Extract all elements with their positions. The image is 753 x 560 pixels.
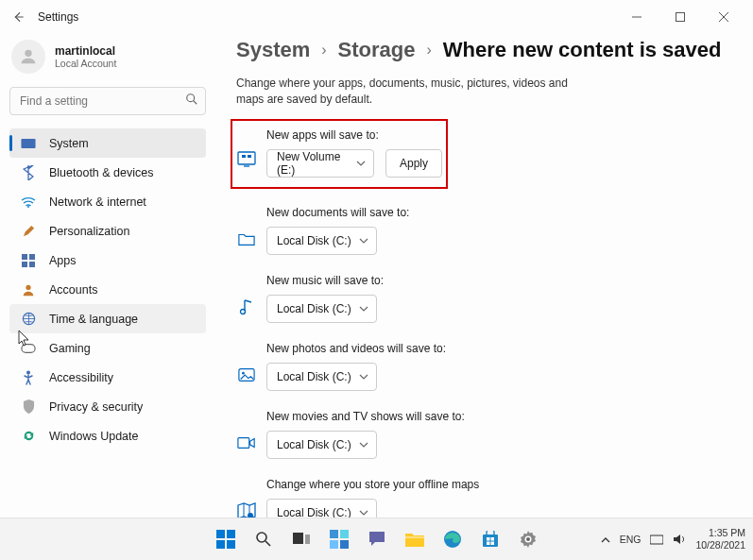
search-input[interactable] (9, 87, 206, 115)
minimize-button[interactable] (615, 4, 659, 30)
docs-drive-dropdown[interactable]: Local Disk (C:) (266, 227, 377, 255)
nav-label: Bluetooth & devices (49, 166, 154, 179)
breadcrumb-system[interactable]: System (236, 38, 310, 62)
breadcrumb-storage[interactable]: Storage (338, 38, 416, 62)
svg-rect-37 (487, 542, 490, 546)
svg-rect-13 (238, 152, 255, 164)
tray-language[interactable]: ENG (620, 534, 642, 545)
breadcrumb-current: Where new content is saved (443, 38, 722, 62)
svg-point-9 (26, 284, 30, 289)
nav-item-personalization[interactable]: Personalization (9, 216, 206, 246)
wifi-icon (650, 534, 663, 545)
svg-rect-26 (293, 533, 303, 544)
maximize-button[interactable] (659, 4, 702, 30)
dropdown-value: Local Disk (C:) (277, 302, 351, 315)
taskbar-widgets[interactable] (329, 529, 350, 550)
row-label: New photos and videos will save to: (266, 342, 734, 355)
apply-button[interactable]: Apply (385, 149, 442, 178)
svg-rect-38 (490, 542, 494, 546)
chevron-right-icon: › (427, 42, 432, 59)
svg-rect-15 (248, 155, 251, 158)
task-view-icon (293, 533, 310, 546)
chevron-up-icon (601, 536, 610, 543)
svg-rect-35 (487, 537, 490, 541)
system-tray: ENG 1:35 PM 10/28/2021 (601, 527, 745, 551)
title-bar: Settings (0, 0, 753, 34)
nav-label: Gaming (49, 342, 91, 355)
gaming-icon (19, 339, 38, 358)
svg-point-25 (257, 533, 266, 542)
chat-icon (368, 531, 386, 548)
windows-icon (216, 530, 235, 549)
taskbar-explorer[interactable] (404, 529, 425, 550)
nav-label: System (49, 137, 89, 150)
nav-item-windows-update[interactable]: Windows Update (9, 421, 206, 450)
svg-rect-5 (22, 254, 27, 260)
clock-time: 1:35 PM (695, 527, 745, 539)
taskbar-store[interactable] (480, 529, 501, 550)
movies-drive-dropdown[interactable]: Local Disk (C:) (266, 431, 377, 459)
apps-drive-dropdown[interactable]: New Volume (E:) (266, 149, 374, 178)
bluetooth-icon (19, 163, 38, 182)
svg-rect-42 (650, 535, 663, 544)
taskbar-edge[interactable] (442, 529, 463, 550)
tray-network[interactable] (650, 534, 663, 545)
back-button[interactable] (8, 7, 28, 27)
taskbar-chat[interactable] (367, 529, 387, 550)
nav-item-apps[interactable]: Apps (9, 246, 206, 275)
user-account[interactable]: martinlocal Local Account (11, 40, 206, 74)
svg-rect-0 (676, 13, 685, 22)
row-label: New movies and TV shows will save to: (266, 410, 734, 423)
nav-item-network[interactable]: Network & internet (9, 187, 206, 216)
store-icon (482, 531, 499, 548)
svg-rect-23 (216, 540, 225, 549)
accounts-icon (19, 280, 38, 299)
svg-rect-19 (238, 437, 249, 448)
nav-item-time-language[interactable]: Time & language (9, 304, 206, 333)
row-apps: New apps will save to: New Volume (E:) A… (231, 119, 448, 189)
page-description: Change where your apps, documents, music… (236, 76, 595, 108)
nav-item-gaming[interactable]: Gaming (9, 333, 206, 363)
photos-icon (236, 365, 257, 385)
window-title: Settings (38, 10, 78, 24)
chevron-down-icon (359, 374, 368, 380)
photos-drive-dropdown[interactable]: Local Disk (C:) (266, 363, 377, 391)
svg-rect-24 (227, 540, 235, 549)
tray-volume[interactable] (673, 534, 686, 545)
svg-rect-36 (490, 537, 494, 541)
svg-rect-3 (21, 139, 35, 148)
nav-item-system[interactable]: System (9, 128, 206, 158)
taskbar-search[interactable] (253, 529, 274, 550)
nav-item-accounts[interactable]: Accounts (9, 275, 206, 304)
task-view[interactable] (291, 529, 312, 550)
nav-list: System Bluetooth & devices Network & int… (9, 128, 206, 450)
chevron-right-icon: › (321, 42, 326, 59)
row-maps: Change where you store your offline maps… (236, 478, 734, 518)
maps-drive-dropdown[interactable]: Local Disk (C:) (266, 499, 377, 518)
music-drive-dropdown[interactable]: Local Disk (C:) (266, 295, 377, 323)
chevron-down-icon (359, 510, 368, 516)
avatar (11, 40, 45, 74)
svg-rect-6 (29, 254, 35, 260)
start-button[interactable] (215, 529, 236, 550)
nav-item-accessibility[interactable]: Accessibility (9, 363, 206, 392)
taskbar-settings[interactable] (518, 529, 539, 550)
close-icon (719, 12, 728, 22)
nav-label: Apps (49, 254, 77, 267)
tray-overflow[interactable] (601, 536, 610, 543)
dropdown-value: Local Disk (C:) (277, 370, 351, 383)
row-label: New apps will save to: (266, 128, 442, 142)
accessibility-icon (19, 368, 38, 387)
nav-item-bluetooth[interactable]: Bluetooth & devices (9, 158, 206, 187)
row-label: New documents will save to: (266, 206, 734, 219)
chevron-down-icon (359, 306, 368, 312)
chevron-down-icon (356, 161, 366, 166)
tray-clock[interactable]: 1:35 PM 10/28/2021 (695, 527, 745, 551)
windows-update-icon (19, 427, 38, 446)
music-icon (236, 297, 257, 317)
user-name: martinlocal (55, 44, 116, 58)
nav-item-privacy[interactable]: Privacy & security (9, 392, 206, 421)
svg-point-16 (241, 309, 246, 314)
close-button[interactable] (702, 4, 745, 30)
person-icon (18, 46, 39, 67)
